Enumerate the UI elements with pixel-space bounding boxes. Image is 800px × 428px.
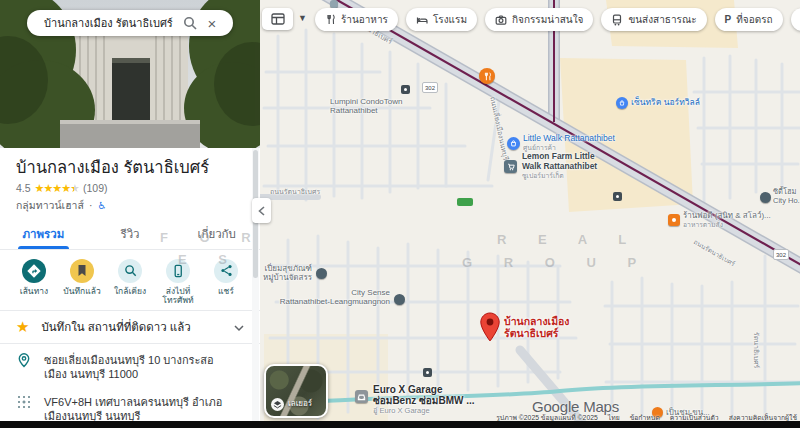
map-canvas[interactable]: ถนนรัตนาธิเบศร์ ถนนรัตนาธิเบศร์ ถนนเลี่ย…: [260, 0, 800, 428]
poi-lemon-farm-sub: ซูเปอร์มาร์เก็ต: [522, 172, 564, 180]
poi-euro-x-line2: ซ่อมBenz ซ่อมBMW ...: [373, 395, 475, 407]
poi-pordee-sub: อาหารตามสั่ง: [683, 221, 723, 229]
search-bar[interactable]: ×: [27, 10, 233, 36]
send-to-phone-button[interactable]: ส่งไปที่โทรศัพท์: [157, 259, 199, 308]
poi-city-home-label[interactable]: ซิตี้โฮมCity Ho...: [773, 188, 800, 205]
chip-hotels[interactable]: โรงแรม: [406, 8, 477, 31]
camera-icon: [495, 14, 507, 26]
search-icon[interactable]: [179, 12, 201, 34]
address-text: ซอยเลี่ยงเมืองนนทบุรี 10 บางกระสอ เมือง …: [44, 353, 232, 381]
chip-transit[interactable]: ขนส่งสาธารณะ: [601, 8, 706, 31]
road-label-vertical-right: รัตนาธิเบศร์: [752, 332, 760, 368]
place-photo[interactable]: ×: [0, 0, 260, 148]
poi-top-edge-icon: [330, 0, 338, 8]
destination-label[interactable]: บ้านกลางเมืองรัตนาธิเบศร์: [504, 316, 570, 339]
poi-lemon-farm-icon[interactable]: [504, 160, 517, 173]
poi-lumpini-label[interactable]: Lumpini CondoTownRattanathibet: [330, 97, 403, 115]
hotel-icon: [416, 14, 428, 26]
search-input[interactable]: [42, 16, 179, 30]
poi-restaurant-icon[interactable]: [479, 68, 495, 84]
traffic-camera-icon-2: [613, 192, 622, 201]
plus-code-text: VF6V+8H เทศบาลนครนนทบุรี อำเภอเมืองนนทบุ…: [44, 395, 232, 423]
layers-icon: [271, 398, 284, 411]
chevron-down-small-icon[interactable]: ▼: [298, 13, 307, 23]
traffic-camera-icon: [401, 85, 410, 94]
rating-row[interactable]: 4.5 ★★★★★ (109): [16, 182, 244, 195]
share-icon: [214, 259, 238, 283]
poi-pordee-icon[interactable]: [668, 214, 680, 226]
satellite-layers-toggle[interactable]: เลเยอร์: [264, 364, 328, 418]
route-shield-302-b: 302: [773, 249, 789, 260]
place-header: บ้านกลางเมือง รัตนาธิเบศร์ 4.5 ★★★★★ (10…: [0, 148, 260, 216]
road-label-left: ถนนรัตนาธิเบศร: [270, 188, 320, 196]
google-maps-app: × บ้านกลางเมือง รัตนาธิเบศร์ 4.5 ★★★★★ (…: [0, 0, 800, 428]
tab-overview[interactable]: ภาพรวม: [0, 220, 87, 249]
bus-icon: [611, 14, 623, 26]
wheelchair-icon: ♿: [97, 200, 106, 211]
chip-things-to-do[interactable]: กิจกรรมน่าสนใจ: [485, 8, 593, 31]
chip-pharmacies[interactable]: ร้านขายยา: [791, 8, 800, 31]
rating-value: 4.5: [16, 182, 31, 194]
review-count[interactable]: (109): [83, 182, 108, 194]
star-icon: ★: [16, 319, 29, 334]
rating-stars: ★★★★★: [35, 182, 79, 195]
place-details: ซอยเลี่ยงเมืองนนทบุรี 10 บางกระสอ เมือง …: [0, 344, 260, 428]
poi-pordee-label[interactable]: ร้านพ่อดี (สนิท & สโลว์)...: [683, 211, 771, 220]
saved-in-starred-row[interactable]: ★ บันทึกใน สถานที่ที่ติดดาว แล้ว: [0, 310, 260, 344]
share-button[interactable]: แชร์: [205, 259, 247, 308]
poi-piamsuk-icon[interactable]: [316, 268, 327, 279]
phone-icon: [166, 259, 190, 283]
place-title: บ้านกลางเมือง รัตนาธิเบศร์: [16, 157, 244, 178]
poi-city-home-icon[interactable]: [760, 192, 771, 203]
traffic-camera-icon-3: [423, 368, 432, 377]
dot-separator: ·: [89, 199, 93, 211]
panel-scrollbar: [252, 148, 259, 421]
chip-restaurants[interactable]: ร้านอาหาร: [315, 8, 398, 31]
place-category[interactable]: กลุ่มทาวน์เฮาส์: [16, 197, 84, 214]
saved-in-label: บันทึกใน สถานที่ที่ติดดาว แล้ว: [41, 318, 222, 336]
poi-centric-icon[interactable]: [616, 97, 628, 109]
bookmark-icon: [70, 259, 94, 283]
directions-icon: [22, 259, 46, 283]
minimap-button[interactable]: [262, 8, 293, 30]
bottom-black-bar: [0, 421, 800, 428]
saved-button[interactable]: บันทึกแล้ว: [61, 259, 103, 308]
poi-city-sense-label[interactable]: City SenseRattanathibet-Leangmuangnon: [260, 288, 390, 306]
poi-euro-x-line1[interactable]: Euro X Garage: [373, 384, 442, 396]
tab-reviews[interactable]: รีวิว: [87, 220, 174, 249]
collapse-panel-button[interactable]: [252, 198, 271, 223]
action-buttons: เส้นทาง บันทึกแล้ว ใกล้เคียง ส่งไปที่โทร…: [0, 250, 260, 310]
place-panel: × บ้านกลางเมือง รัตนาธิเบศร์ 4.5 ★★★★★ (…: [0, 0, 260, 428]
destination-pin[interactable]: [479, 312, 501, 346]
nearby-button[interactable]: ใกล้เคียง: [109, 259, 151, 308]
poi-piamsuk-label[interactable]: เปี่ยมสุขภัณฑ์หมู่บ้านจัดสรร: [260, 264, 312, 282]
poi-city-sense-icon[interactable]: [394, 294, 405, 305]
parking-icon: P: [725, 14, 732, 25]
poi-little-walk-icon[interactable]: [507, 137, 520, 150]
poi-little-walk-label[interactable]: Little Walk Rattanathibet: [523, 134, 615, 144]
tab-about[interactable]: เกี่ยวกับ: [173, 220, 260, 249]
place-pin-icon: [16, 352, 32, 368]
clear-search-icon[interactable]: ×: [201, 12, 223, 34]
restaurant-icon: [325, 14, 336, 25]
category-row: กลุ่มทาวน์เฮาส์ · ♿: [16, 197, 244, 214]
route-shield-302: 302: [422, 82, 438, 93]
poi-euro-x-icon[interactable]: [355, 390, 368, 403]
address-row[interactable]: ซอยเลี่ยงเมืองนนทบุรี 10 บางกระสอ เมือง …: [0, 346, 260, 388]
poi-lemon-farm-label[interactable]: Lemon Farm LittleWalk Rattanathibet: [522, 152, 597, 171]
layers-label: เลเยอร์: [288, 397, 312, 410]
plus-code-icon: [16, 394, 32, 410]
directions-button[interactable]: เส้นทาง: [13, 259, 55, 308]
map-toolbar: ▼ ร้านอาหาร โรงแรม กิจกรรมน่าสนใจ ขนส่งส…: [260, 8, 800, 31]
green-route-marker: [457, 198, 473, 206]
place-tabs: ภาพรวม รีวิว เกี่ยวกับ: [0, 220, 260, 250]
chip-parking[interactable]: P ที่จอดรถ: [715, 8, 783, 31]
chevron-down-icon[interactable]: [234, 318, 244, 336]
poi-euro-x-line3: อู่ Euro X Garage: [373, 407, 430, 416]
nearby-icon: [118, 259, 142, 283]
poi-centric-label[interactable]: เซ็นทริค นอร์ทวิลล์: [631, 98, 700, 108]
